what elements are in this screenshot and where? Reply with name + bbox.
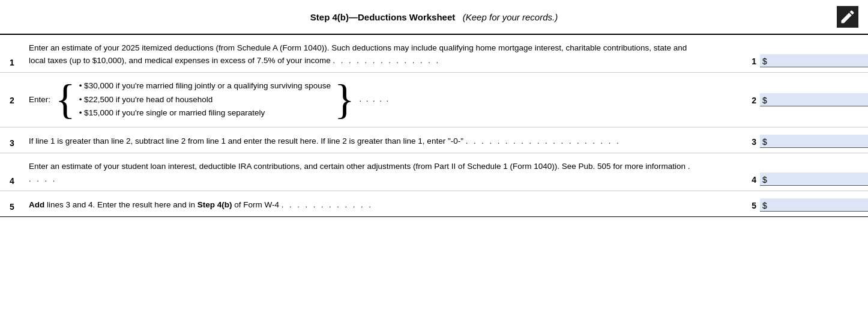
row-4-number: 4 [0,175,29,186]
row-2-brace-block: { • $30,000 if you're married filing joi… [55,79,355,121]
row-3-line-label: 3 [752,137,756,148]
row-1-line-label: 1 [752,57,756,67]
row-3-number: 3 [0,137,29,148]
row-2-content: Enter: { • $30,000 if you're married fil… [29,79,700,121]
right-brace-icon: } [334,79,355,121]
row-1: 1 Enter an estimate of your 2025 itemize… [0,35,868,73]
row-2-number: 2 [0,94,29,105]
row-3: 3 If line 1 is greater than line 2, subt… [0,127,868,153]
row-3-dots: . . . . . . . . . . . . . . . . . . . . [466,136,621,145]
row-1-dots: . . . . . . . . . . . . . . [333,56,441,65]
row-4-line-label: 4 [752,175,756,186]
row-5-bold2: Step 4(b) [197,200,232,209]
row-5-input[interactable]: $ [760,198,868,212]
row-5-bold1: Add [29,200,44,209]
row-2-dots: . . . . . [355,94,700,105]
row-1-input[interactable]: $ [760,54,868,67]
row-4-text: Enter an estimate of your student loan i… [29,162,686,171]
row-2-label: Enter: [29,95,50,104]
row-1-dollar: $ [762,57,767,66]
row-2-input[interactable]: $ [760,93,868,106]
row-2-right: 2 $ [700,93,868,106]
row-2-option-1: • $30,000 if you're married filing joint… [79,80,331,92]
worksheet-header: Step 4(b)—Deductions Worksheet (Keep for… [0,0,868,35]
row-2: 2 Enter: { • $30,000 if you're married f… [0,73,868,127]
row-3-text: If line 1 is greater than line 2, subtra… [29,136,463,145]
row-5-line-label: 5 [752,201,756,212]
row-2-dollar: $ [762,96,767,105]
row-5-dollar: $ [762,201,767,210]
row-4-input[interactable]: $ [760,173,868,186]
row-3-right: 3 $ [700,135,868,148]
row-2-option-3: • $15,000 if you're single or married fi… [79,107,331,119]
row-2-line-label: 2 [752,96,756,106]
left-brace-icon: { [55,79,76,121]
row-3-input[interactable]: $ [760,135,868,148]
row-3-content: If line 1 is greater than line 2, subtra… [29,135,700,148]
row-5-text2: of Form W-4 [234,200,279,209]
pencil-icon [837,6,858,28]
worksheet: Step 4(b)—Deductions Worksheet (Keep for… [0,0,868,217]
title-bold: Step 4(b)—Deductions Worksheet [310,12,455,22]
row-2-options: • $30,000 if you're married filing joint… [79,80,331,119]
row-1-number: 1 [0,57,29,67]
row-5-dots: . . . . . . . . . . . . [282,200,373,209]
row-5: 5 Add lines 3 and 4. Enter the result he… [0,191,868,217]
worksheet-title: Step 4(b)—Deductions Worksheet (Keep for… [31,12,837,22]
row-2-option-2: • $22,500 if you're head of household [79,94,331,106]
row-5-number: 5 [0,201,29,212]
row-5-text1: lines 3 and 4. Enter the result here and… [47,200,197,209]
row-1-right: 1 $ [700,54,868,67]
row-5-right: 5 $ [700,198,868,212]
row-5-content: Add lines 3 and 4. Enter the result here… [29,199,700,212]
row-4-content: Enter an estimate of your student loan i… [29,161,700,186]
title-italic: (Keep for your records.) [463,12,558,22]
row-1-content: Enter an estimate of your 2025 itemized … [29,42,700,67]
row-4-dollar: $ [762,175,767,185]
row-4-right: 4 $ [700,173,868,186]
row-4: 4 Enter an estimate of your student loan… [0,153,868,191]
row-3-dollar: $ [762,137,767,147]
